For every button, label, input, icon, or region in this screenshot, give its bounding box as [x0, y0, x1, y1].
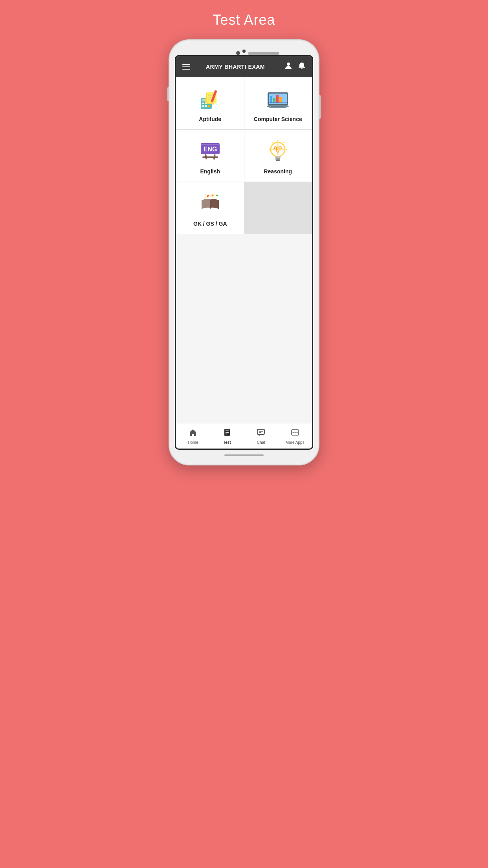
nav-item-more-apps[interactable]: More Apps — [278, 427, 312, 446]
subject-card-gk-gs-ga[interactable]: + GK / GS / GA — [176, 182, 244, 234]
aptitude-icon — [198, 87, 223, 112]
page-title-text: Test Area — [213, 12, 275, 28]
test-nav-icon — [223, 428, 231, 439]
svg-rect-26 — [201, 144, 220, 145]
svg-line-55 — [204, 197, 206, 199]
svg-rect-7 — [205, 105, 207, 107]
svg-point-0 — [287, 63, 290, 66]
svg-rect-8 — [208, 105, 210, 107]
svg-point-68 — [296, 432, 297, 433]
svg-text:+: + — [216, 193, 218, 199]
svg-line-36 — [283, 142, 284, 143]
phone-speaker — [248, 52, 279, 55]
reasoning-label: Reasoning — [264, 168, 292, 175]
nav-item-chat[interactable]: Chat — [244, 427, 278, 446]
nav-item-test[interactable]: Test — [210, 427, 244, 446]
svg-point-48 — [211, 195, 213, 197]
bell-icon[interactable] — [298, 62, 306, 72]
empty-content-area — [176, 234, 312, 423]
svg-rect-34 — [276, 160, 280, 161]
english-icon: ENG — [198, 139, 223, 164]
hamburger-menu-button[interactable] — [182, 64, 190, 70]
phone-side-right — [319, 95, 321, 119]
phone-side-left — [167, 87, 169, 101]
phone-screen: ARMY BHARTI EXAM — [175, 55, 313, 450]
svg-rect-21 — [279, 97, 282, 103]
user-icon[interactable] — [284, 62, 292, 72]
svg-line-57 — [210, 195, 211, 197]
subject-card-aptitude[interactable]: Aptitude — [176, 77, 244, 129]
svg-rect-19 — [273, 98, 275, 103]
svg-line-53 — [215, 195, 215, 195]
more-apps-nav-label: More Apps — [286, 440, 305, 445]
phone-bottom-bar — [175, 450, 313, 458]
app-header: ARMY BHARTI EXAM — [176, 56, 312, 77]
home-nav-label: Home — [188, 440, 198, 445]
svg-rect-3 — [202, 103, 204, 104]
chat-nav-label: Chat — [257, 440, 265, 445]
subject-card-computer-science[interactable]: Computer Science — [244, 77, 312, 129]
chat-nav-icon — [257, 428, 265, 439]
svg-rect-30 — [202, 156, 218, 158]
svg-rect-32 — [275, 156, 281, 158]
test-nav-label: Test — [223, 440, 231, 445]
gk-icon: + — [198, 191, 223, 217]
svg-line-51 — [210, 194, 210, 195]
home-nav-icon — [189, 428, 197, 439]
subject-card-english[interactable]: ENG English — [176, 130, 244, 182]
subjects-grid: Aptitude — [176, 77, 312, 234]
subject-card-reasoning[interactable]: Reasoning — [244, 130, 312, 182]
svg-rect-33 — [275, 158, 280, 160]
svg-line-37 — [272, 142, 273, 143]
svg-text:ENG: ENG — [203, 146, 217, 153]
more-apps-nav-icon — [291, 428, 299, 439]
header-icons — [284, 62, 306, 72]
svg-rect-18 — [270, 96, 272, 103]
svg-point-66 — [292, 432, 294, 433]
bottom-nav: Home Test — [176, 423, 312, 449]
aptitude-label: Aptitude — [199, 116, 221, 122]
computer-science-label: Computer Science — [254, 116, 302, 122]
svg-rect-20 — [276, 95, 279, 103]
svg-line-52 — [213, 193, 213, 195]
svg-rect-63 — [257, 429, 264, 434]
phone-dot — [242, 50, 246, 53]
phone-top-bar — [175, 47, 313, 55]
front-camera — [236, 51, 240, 55]
svg-line-49 — [205, 195, 207, 195]
english-label: English — [200, 168, 220, 175]
computer-science-icon — [265, 87, 290, 112]
gk-gs-ga-label: GK / GS / GA — [193, 221, 227, 227]
svg-point-67 — [294, 432, 295, 433]
svg-line-58 — [213, 196, 213, 198]
phone-shell: ARMY BHARTI EXAM — [169, 40, 319, 465]
app-title: ARMY BHARTI EXAM — [191, 64, 280, 70]
svg-rect-24 — [272, 106, 284, 107]
svg-rect-6 — [202, 105, 204, 107]
home-indicator — [224, 454, 264, 456]
nav-item-home[interactable]: Home — [176, 427, 210, 446]
reasoning-icon — [265, 139, 290, 164]
